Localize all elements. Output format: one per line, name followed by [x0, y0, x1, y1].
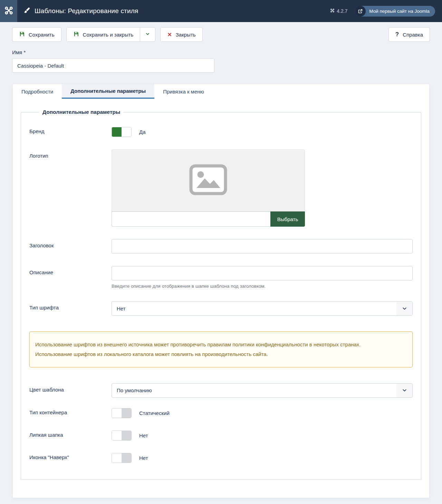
close-icon: ✕: [167, 31, 172, 38]
fieldset-legend: Дополнительные параметры: [39, 109, 124, 115]
logo-label: Логотип: [29, 149, 112, 227]
color-scheme-label: Цвет шаблона: [29, 383, 112, 398]
joomla-version: 4.2.7: [330, 8, 347, 14]
name-label-text: Имя: [12, 49, 22, 55]
external-link-icon: [355, 6, 366, 17]
field-back-to-top: Иконка "Наверх" Нет: [29, 453, 413, 463]
joomla-version-icon: [330, 8, 335, 14]
close-label: Закрыть: [176, 32, 196, 38]
tab-advanced-options[interactable]: Дополнительные параметры: [62, 84, 154, 99]
field-container-type: Тип контейнера Статический: [29, 408, 413, 418]
sticky-header-value: Нет: [139, 433, 148, 438]
joomla-logo-icon: [4, 6, 13, 17]
name-label: Имя *: [12, 49, 430, 55]
save-close-split-button: Сохранить и закрыть: [66, 27, 156, 42]
toggle-off-segment: [122, 453, 131, 463]
field-title: Заголовок: [29, 239, 413, 254]
save-button[interactable]: Сохранить: [12, 27, 61, 42]
required-asterisk: *: [23, 49, 26, 55]
save-icon: [73, 31, 79, 38]
advanced-options-panel: Дополнительные параметры Бренд Да Логоти…: [13, 99, 429, 498]
back-to-top-toggle[interactable]: [112, 453, 132, 463]
version-label: 4.2.7: [337, 8, 347, 14]
help-button[interactable]: ? Справка: [388, 27, 430, 42]
save-label: Сохранить: [29, 32, 55, 38]
field-color-scheme: Цвет шаблона По умолчанию: [29, 383, 413, 398]
save-icon: [19, 31, 25, 38]
fonts-warning-alert: Использование шрифтов из внешнего источн…: [29, 332, 413, 367]
brand-label: Бренд: [29, 127, 112, 137]
save-options-dropdown-toggle[interactable]: [140, 27, 155, 42]
tab-bar: Подробности Дополнительные параметры При…: [13, 84, 429, 99]
logo-preview-area: [112, 149, 305, 211]
close-button[interactable]: ✕ Закрыть: [160, 27, 202, 42]
toolbar: Сохранить Сохранить и закрыть: [0, 22, 442, 42]
page-title: Шаблоны: Редактирование стиля: [35, 7, 138, 15]
chevron-down-icon: [396, 302, 412, 315]
sticky-header-toggle[interactable]: [112, 431, 132, 441]
save-and-close-button[interactable]: Сохранить и закрыть: [66, 27, 141, 42]
color-scheme-selected-value: По умолчанию: [117, 387, 152, 393]
field-logo: Логотип Выбрать: [29, 149, 413, 227]
description-label: Описание: [29, 266, 112, 289]
description-hint: Введите описание для отображения в шапке…: [112, 284, 413, 289]
logo-select-button[interactable]: Выбрать: [270, 211, 305, 227]
joomla-logo-tile[interactable]: [0, 0, 17, 22]
page-bottom-spacer: [0, 498, 442, 504]
toggle-off-segment: [122, 127, 131, 137]
toggle-off-segment: [122, 408, 131, 418]
tab-menu-assignment[interactable]: Привязка к меню: [154, 84, 213, 99]
brush-icon: [23, 7, 30, 15]
edit-style-card: Подробности Дополнительные параметры При…: [13, 84, 429, 498]
toggle-on-segment: [112, 453, 122, 463]
back-to-top-label: Иконка "Наверх": [29, 453, 112, 463]
admin-header: Шаблоны: Редактирование стиля 4.2.7 М: [0, 0, 442, 22]
toggle-on-segment: [112, 127, 122, 137]
font-type-label: Тип шрифта: [29, 301, 112, 316]
chevron-down-icon: [145, 31, 150, 38]
preview-site-label: Мой первый сайт на Joomla: [369, 9, 430, 14]
back-to-top-value: Нет: [139, 455, 148, 461]
tab-details[interactable]: Подробности: [13, 84, 62, 99]
toggle-off-segment: [122, 431, 131, 440]
field-brand: Бренд Да: [29, 127, 413, 137]
description-input[interactable]: [112, 266, 413, 280]
brand-value: Да: [139, 129, 146, 135]
field-font-type: Тип шрифта Нет: [29, 301, 413, 316]
container-type-label: Тип контейнера: [29, 408, 112, 418]
preview-site-button[interactable]: Мой первый сайт на Joomla: [355, 6, 435, 17]
sticky-header-label: Липкая шапка: [29, 431, 112, 441]
image-placeholder-icon: [189, 164, 228, 197]
brand-toggle[interactable]: [112, 127, 132, 137]
advanced-options-fieldset: Дополнительные параметры Бренд Да Логоти…: [21, 109, 421, 480]
toggle-on-segment: [112, 431, 122, 440]
question-mark-icon: ?: [395, 31, 399, 38]
style-name-input[interactable]: [12, 58, 214, 73]
save-and-close-label: Сохранить и закрыть: [83, 32, 134, 38]
logo-path-input[interactable]: [112, 211, 270, 227]
warning-line-1: Использование шрифтов из внешнего источн…: [35, 340, 407, 349]
toggle-on-segment: [112, 408, 122, 418]
field-description: Описание Введите описание для отображени…: [29, 266, 413, 289]
field-sticky-header: Липкая шапка Нет: [29, 431, 413, 441]
container-type-toggle[interactable]: [112, 408, 132, 418]
style-name-section: Имя *: [0, 42, 442, 73]
warning-line-2: Использование шрифтов из локального ката…: [35, 349, 407, 359]
color-scheme-select[interactable]: По умолчанию: [112, 383, 413, 398]
chevron-down-icon: [396, 384, 412, 397]
font-type-select[interactable]: Нет: [112, 301, 413, 316]
title-label: Заголовок: [29, 239, 112, 254]
help-label: Справка: [403, 32, 423, 38]
font-type-selected-value: Нет: [117, 306, 126, 312]
title-input[interactable]: [112, 239, 413, 254]
container-type-value: Статический: [139, 410, 170, 416]
